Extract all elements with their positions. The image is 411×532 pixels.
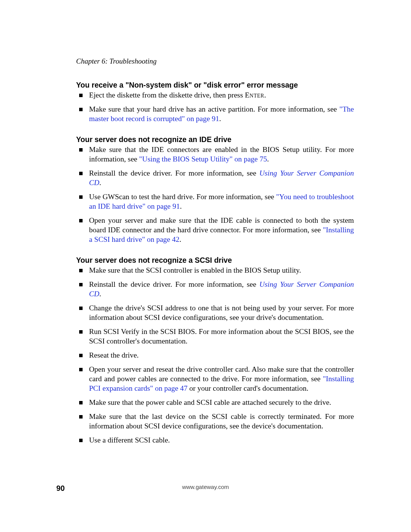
body-text: Make sure that the last device on the SC…	[89, 412, 354, 430]
list-item: Run SCSI Verify in the SCSI BIOS. For mo…	[89, 327, 354, 346]
key-name: Enter	[245, 91, 264, 99]
list-item: Make sure that your hard drive has an ac…	[89, 105, 354, 124]
body-text: Open your server and make sure that the …	[89, 216, 354, 234]
body-text: or your controller card's documentation.	[188, 384, 309, 392]
sections-container: You receive a "Non-system disk" or "disk…	[76, 80, 354, 445]
list-item: Use GWScan to test the hard drive. For m…	[89, 192, 354, 211]
bullet-list: Eject the diskette from the diskette dri…	[76, 91, 354, 124]
body-text: Make sure that the SCSI controller is en…	[89, 266, 301, 274]
chapter-header: Chapter 6: Troubleshooting	[76, 57, 354, 66]
footer-url: www.gateway.com	[0, 484, 411, 490]
body-text: Eject the diskette from the diskette dri…	[89, 91, 245, 99]
page-content: Chapter 6: Troubleshooting You receive a…	[0, 0, 411, 532]
body-text: Use GWScan to test the hard drive. For m…	[89, 193, 276, 201]
list-item: Change the drive's SCSI address to one t…	[89, 304, 354, 323]
body-text: .	[267, 155, 269, 163]
list-item: Make sure that the SCSI controller is en…	[89, 266, 354, 275]
list-item: Open your server and make sure that the …	[89, 216, 354, 244]
section-heading: Your server does not recognize an IDE dr…	[76, 134, 354, 144]
body-text: Run SCSI Verify in the SCSI BIOS. For mo…	[89, 328, 354, 345]
list-item: Eject the diskette from the diskette dri…	[89, 91, 354, 100]
bullet-list: Make sure that the IDE connectors are en…	[76, 145, 354, 244]
section-heading: Your server does not recognize a SCSI dr…	[76, 255, 354, 265]
cross-reference-link[interactable]: "Using the BIOS Setup Utility" on page 7…	[139, 155, 267, 163]
list-item: Make sure that the power cable and SCSI …	[89, 398, 354, 407]
body-text: .	[180, 202, 182, 210]
body-text: .	[99, 179, 101, 187]
body-text: .	[180, 235, 182, 243]
body-text: Use a different SCSI cable.	[89, 436, 170, 444]
list-item: Reinstall the device driver. For more in…	[89, 280, 354, 299]
body-text: Make sure that the power cable and SCSI …	[89, 398, 331, 406]
list-item: Reseat the drive.	[89, 351, 354, 360]
list-item: Use a different SCSI cable.	[89, 436, 354, 445]
list-item: Make sure that the last device on the SC…	[89, 412, 354, 431]
body-text: .	[264, 91, 266, 99]
body-text: Reinstall the device driver. For more in…	[89, 280, 259, 288]
list-item: Reinstall the device driver. For more in…	[89, 169, 354, 188]
body-text: Reinstall the device driver. For more in…	[89, 169, 259, 177]
body-text: .	[219, 115, 221, 123]
list-item: Open your server and reseat the drive co…	[89, 365, 354, 393]
body-text: .	[99, 290, 101, 298]
bullet-list: Make sure that the SCSI controller is en…	[76, 266, 354, 445]
body-text: Reseat the drive.	[89, 351, 139, 359]
body-text: Open your server and reseat the drive co…	[89, 365, 354, 383]
body-text: Make sure that your hard drive has an ac…	[89, 105, 339, 113]
section-heading: You receive a "Non-system disk" or "disk…	[76, 80, 354, 90]
body-text: Change the drive's SCSI address to one t…	[89, 304, 354, 321]
list-item: Make sure that the IDE connectors are en…	[89, 145, 354, 164]
